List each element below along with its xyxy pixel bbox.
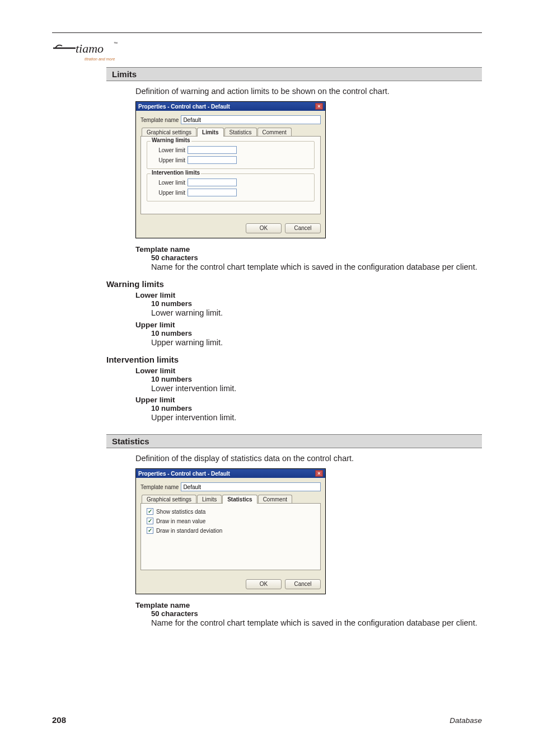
close-icon[interactable]: × xyxy=(315,470,323,477)
warning-upper-desc: Upper warning limit. xyxy=(151,337,482,348)
warning-lower-label: Lower limit xyxy=(152,147,185,153)
template-name-constraint: 50 characters xyxy=(151,609,482,618)
svg-text:tiamo: tiamo xyxy=(76,41,104,55)
template-name-term: Template name xyxy=(135,245,482,253)
tab-graphical-settings[interactable]: Graphical settings xyxy=(142,495,196,504)
cancel-button[interactable]: Cancel xyxy=(285,579,321,589)
template-name-description: Name for the control chart template whic… xyxy=(151,262,482,273)
intervention-lower-term: Lower limit xyxy=(135,367,482,375)
limits-dialog: Properties - Control chart - Default × T… xyxy=(135,101,326,238)
tabs: Graphical settings Limits Statistics Com… xyxy=(140,128,321,137)
limits-intro: Definition of warning and action limits … xyxy=(135,87,482,96)
tab-statistics[interactable]: Statistics xyxy=(222,495,257,504)
intervention-lower-desc: Lower intervention limit. xyxy=(151,383,482,394)
cancel-button[interactable]: Cancel xyxy=(285,223,321,233)
tabs: Graphical settings Limits Statistics Com… xyxy=(140,495,321,504)
top-rule xyxy=(52,32,482,33)
tab-statistics[interactable]: Statistics xyxy=(224,128,257,137)
logo: tiamo ™ titration and more xyxy=(52,40,119,61)
statistics-dialog: Properties - Control chart - Default × T… xyxy=(135,468,326,594)
group-intervention-title: Intervention limits xyxy=(151,170,201,176)
template-name-constraint: 50 characters xyxy=(151,253,482,262)
warning-lower-constraint: 10 numbers xyxy=(151,299,482,308)
intervention-lower-constraint: 10 numbers xyxy=(151,375,482,383)
warning-upper-label: Upper limit xyxy=(152,157,185,163)
dialog-title: Properties - Control chart - Default xyxy=(138,104,315,110)
template-name-field[interactable] xyxy=(181,482,321,491)
close-icon[interactable]: × xyxy=(315,103,323,110)
page-footer: 208 Database xyxy=(52,715,482,725)
intervention-upper-term: Upper limit xyxy=(135,396,482,404)
logo-subtitle: titration and more xyxy=(85,57,119,61)
template-name-field[interactable] xyxy=(181,115,321,124)
intervention-upper-constraint: 10 numbers xyxy=(151,404,482,412)
tab-limits[interactable]: Limits xyxy=(197,495,222,504)
tab-graphical-settings[interactable]: Graphical settings xyxy=(142,128,196,137)
ok-button[interactable]: OK xyxy=(246,579,282,589)
show-statistics-label: Show statistics data xyxy=(156,509,205,515)
group-intervention-limits: Intervention limits Lower limit Upper li… xyxy=(147,173,315,201)
draw-mean-checkbox[interactable] xyxy=(147,518,153,524)
intervention-upper-desc: Upper intervention limit. xyxy=(151,412,482,423)
template-name-label: Template name xyxy=(140,117,179,123)
intervention-lower-input[interactable] xyxy=(188,179,237,186)
warning-lower-desc: Lower warning limit. xyxy=(151,308,482,318)
warning-lower-input[interactable] xyxy=(188,146,237,154)
intervention-upper-input[interactable] xyxy=(188,189,237,196)
show-statistics-checkbox[interactable] xyxy=(147,508,153,515)
dialog-title-bar: Properties - Control chart - Default × xyxy=(136,102,325,111)
template-name-description: Name for the control chart template whic… xyxy=(151,618,482,628)
statistics-heading: Statistics xyxy=(106,434,482,448)
draw-sd-checkbox[interactable] xyxy=(147,527,153,534)
template-name-term: Template name xyxy=(135,601,482,609)
tab-comment[interactable]: Comment xyxy=(258,495,292,504)
page-number: 208 xyxy=(52,715,66,725)
svg-text:™: ™ xyxy=(114,41,118,45)
dialog-title-bar: Properties - Control chart - Default × xyxy=(136,469,325,478)
warning-upper-input[interactable] xyxy=(188,156,237,164)
ok-button[interactable]: OK xyxy=(246,223,282,233)
warning-lower-term: Lower limit xyxy=(135,291,482,299)
intervention-upper-label: Upper limit xyxy=(152,190,185,196)
warning-limits-subhead: Warning limits xyxy=(106,279,482,289)
statistics-intro: Definition of the display of statistics … xyxy=(135,454,482,463)
tab-panel-statistics: Show statistics data Draw in mean value … xyxy=(140,503,321,570)
tab-panel-limits: Warning limits Lower limit Upper limit I… xyxy=(140,136,321,214)
warning-upper-constraint: 10 numbers xyxy=(151,329,482,337)
group-warning-limits: Warning limits Lower limit Upper limit xyxy=(147,141,315,169)
tab-comment[interactable]: Comment xyxy=(257,128,292,137)
limits-heading: Limits xyxy=(106,67,482,81)
group-warning-title: Warning limits xyxy=(151,137,191,143)
footer-section: Database xyxy=(449,716,482,725)
draw-sd-label: Draw in standard deviation xyxy=(156,528,222,534)
intervention-limits-subhead: Intervention limits xyxy=(106,355,482,364)
tab-limits[interactable]: Limits xyxy=(197,128,223,137)
intervention-lower-label: Lower limit xyxy=(152,180,185,186)
warning-upper-term: Upper limit xyxy=(135,321,482,329)
draw-mean-label: Draw in mean value xyxy=(156,518,205,524)
dialog-title: Properties - Control chart - Default xyxy=(138,471,315,477)
template-name-label: Template name xyxy=(140,484,179,490)
